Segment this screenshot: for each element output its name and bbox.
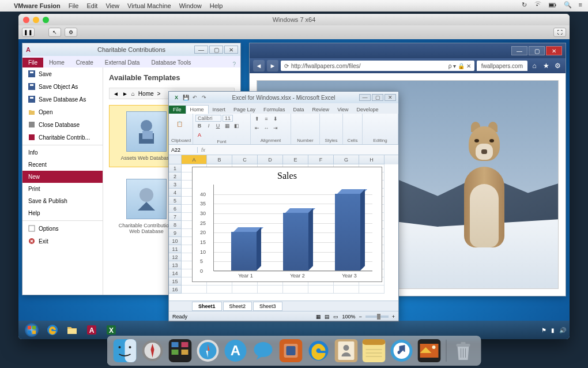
ie-close[interactable]: ✕ <box>546 46 562 55</box>
menu-view[interactable]: View <box>105 2 119 9</box>
sidebar-exit[interactable]: Exit <box>22 235 103 247</box>
zoom-slider[interactable] <box>365 316 389 318</box>
tab-file[interactable]: File <box>22 58 43 67</box>
view-break[interactable]: ▭ <box>333 314 338 320</box>
help-icon[interactable]: ? <box>228 61 240 67</box>
sheet1-tab[interactable]: Sheet1 <box>192 302 222 311</box>
excel-close[interactable]: ✕ <box>385 94 396 101</box>
spotlight-icon[interactable]: 🔍 <box>564 1 572 10</box>
tray-net-icon[interactable]: ▮ <box>551 327 555 333</box>
browser-tab[interactable]: fwallpapers.com <box>477 61 527 71</box>
dock-itunes[interactable] <box>390 339 414 363</box>
font-size[interactable]: 11 <box>223 115 233 122</box>
fill-button[interactable]: ◧ <box>232 122 240 130</box>
view-layout[interactable]: ▤ <box>325 314 330 320</box>
tab-home[interactable]: Home <box>43 58 70 67</box>
sidebar-new[interactable]: New <box>22 171 103 183</box>
excel-minimize[interactable]: — <box>359 94 371 101</box>
sidebar-close-db[interactable]: Close Database <box>22 118 103 131</box>
snapshot-button[interactable]: ↖ <box>48 28 61 37</box>
menu-extra-icon[interactable]: ≡ <box>579 1 582 10</box>
fx-icon[interactable]: fx <box>198 147 209 153</box>
sidebar-recent[interactable]: Recent <box>22 159 103 171</box>
favorites-icon[interactable]: ★ <box>541 61 551 70</box>
undo-icon[interactable]: ↶ <box>191 93 199 102</box>
excel-tab-home[interactable]: Home <box>186 105 209 114</box>
excel-tab-insert[interactable]: Insert <box>209 106 230 114</box>
dock-contacts[interactable] <box>334 339 359 363</box>
home-icon[interactable]: ⌂ <box>131 91 135 97</box>
app-name[interactable]: VMware Fusion <box>14 2 61 9</box>
dock-vmware[interactable] <box>279 339 303 363</box>
sheet2-tab[interactable]: Sheet2 <box>223 302 252 311</box>
worksheet[interactable]: A B C D E F G H 12345678910111213141516 … <box>169 155 398 301</box>
fwd-icon[interactable]: ► <box>122 91 128 97</box>
ie-maximize[interactable]: ▢ <box>529 46 545 55</box>
excel-maximize[interactable]: ▢ <box>372 94 383 101</box>
sidebar-save[interactable]: Save <box>22 67 103 80</box>
settings-button[interactable]: ⚙ <box>65 28 77 37</box>
align-mid[interactable]: ≡ <box>262 115 270 123</box>
border-button[interactable]: ▦ <box>223 122 231 130</box>
zoom-level[interactable]: 100% <box>342 314 355 320</box>
dock-messages[interactable] <box>251 339 276 363</box>
ie-minimize[interactable]: — <box>511 46 527 55</box>
zoom-button[interactable] <box>43 17 49 23</box>
taskbar-access[interactable]: A <box>83 322 100 337</box>
font-name[interactable]: Calibri <box>195 115 221 122</box>
align-top[interactable]: ⬆ <box>253 115 261 123</box>
address-bar[interactable]: ⟳ http://fwallpapers.com/files/ ρ ▾ 🔒 ✕ <box>281 61 474 71</box>
menu-help[interactable]: Help <box>210 2 223 9</box>
sidebar-print[interactable]: Print <box>22 183 103 195</box>
maximize-icon[interactable]: ▢ <box>209 46 223 54</box>
start-button[interactable] <box>22 322 42 338</box>
dock-notes[interactable] <box>362 339 386 363</box>
align-l[interactable]: ⇤ <box>253 124 261 132</box>
tab-dbtools[interactable]: Database Tools <box>145 58 197 67</box>
tools-icon[interactable]: ⚙ <box>553 61 562 70</box>
view-normal[interactable]: ▦ <box>316 314 321 320</box>
refresh-icon[interactable]: ⟳ <box>284 63 289 69</box>
excel-tab-pagelayout[interactable]: Page Lay <box>229 106 259 114</box>
excel-tab-developer[interactable]: Develope <box>352 106 382 114</box>
bold-button[interactable]: B <box>195 122 203 130</box>
sidebar-save-publish[interactable]: Save & Publish <box>22 195 103 207</box>
dock-finder[interactable] <box>113 339 137 363</box>
paste-button[interactable]: 📋 <box>171 115 187 133</box>
fullscreen-button[interactable]: ⛶ <box>553 28 566 37</box>
wifi-icon[interactable] <box>534 1 542 10</box>
dock-trash[interactable] <box>451 339 476 363</box>
sidebar-info[interactable]: Info <box>22 147 103 159</box>
align-bot[interactable]: ⬇ <box>272 115 280 123</box>
dock-iphoto[interactable] <box>417 339 442 363</box>
name-box[interactable]: A22 <box>169 147 198 153</box>
excel-tab-view[interactable]: View <box>333 106 352 114</box>
sheet3-tab[interactable]: Sheet3 <box>253 302 282 311</box>
select-all[interactable] <box>169 155 182 164</box>
italic-button[interactable]: I <box>205 122 213 130</box>
close-button[interactable] <box>23 17 29 23</box>
dock-launchpad[interactable] <box>141 339 165 363</box>
sidebar-save-db-as[interactable]: Save Database As <box>22 93 103 106</box>
save-icon[interactable]: 💾 <box>182 93 190 102</box>
excel-tab-formulas[interactable]: Formulas <box>259 106 289 114</box>
back-button[interactable]: ◄ <box>253 60 265 72</box>
forward-button[interactable]: ► <box>267 60 278 72</box>
pause-button[interactable]: ❚❚ <box>22 28 35 37</box>
home-icon[interactable]: ⌂ <box>530 61 539 70</box>
sidebar-options[interactable]: Options <box>22 222 103 235</box>
tray-flag-icon[interactable]: ⚑ <box>541 327 546 333</box>
sidebar-recent-db[interactable]: Charitable Contrib... <box>22 131 103 144</box>
taskbar-ie[interactable] <box>44 322 61 337</box>
minimize-icon[interactable]: — <box>194 46 208 54</box>
fontcolor-button[interactable]: A <box>195 131 203 139</box>
dock-safari[interactable] <box>196 339 220 363</box>
dock-appstore[interactable]: A <box>224 339 248 363</box>
align-c[interactable]: ↔ <box>262 124 270 132</box>
battery-icon[interactable] <box>549 1 557 10</box>
redo-icon[interactable]: ↷ <box>200 93 208 102</box>
menu-edit[interactable]: Edit <box>86 2 97 9</box>
zoom-out[interactable]: − <box>359 314 361 320</box>
excel-tab-file[interactable]: File <box>169 106 186 114</box>
taskbar-explorer[interactable] <box>63 322 81 337</box>
